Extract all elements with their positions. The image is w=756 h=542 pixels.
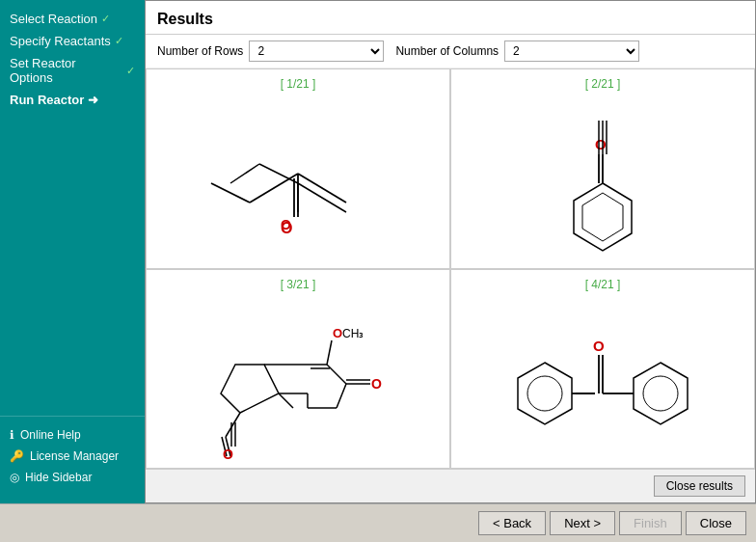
sidebar-item-label: Run Reactor (10, 93, 84, 107)
molecule-1: O (154, 96, 442, 260)
key-icon: 🔑 (10, 449, 24, 463)
app-container: Select Reaction ✓ Specify Reactants ✓ Se… (0, 0, 756, 542)
cell-1-label: [ 1/21 ] (281, 77, 316, 91)
sidebar-item-select-reaction[interactable]: Select Reaction ✓ (0, 8, 145, 30)
cell-4-label: [ 4/21 ] (585, 278, 621, 291)
results-footer: Close results (146, 469, 755, 502)
set-reactor-check: ✓ (126, 65, 135, 77)
svg-marker-47 (634, 363, 688, 424)
svg-text:O: O (333, 326, 342, 340)
online-help-item[interactable]: ℹ Online Help (0, 424, 145, 446)
svg-line-30 (327, 340, 332, 365)
rows-select[interactable]: 2 1 3 4 (249, 41, 384, 62)
results-grid: [ 1/21 ] (146, 68, 755, 469)
results-title: Results (146, 1, 755, 35)
svg-line-5 (211, 183, 250, 203)
cols-select[interactable]: 2 1 3 4 (504, 41, 639, 62)
svg-text:O: O (223, 447, 233, 462)
rows-label: Number of Rows (157, 44, 243, 58)
cols-label: Number of Columns (395, 44, 499, 58)
cell-3-label: [ 3/21 ] (281, 278, 316, 291)
license-manager-item[interactable]: 🔑 License Manager (0, 446, 145, 467)
result-cell-1: [ 1/21 ] (146, 68, 450, 269)
sidebar: Select Reaction ✓ Specify Reactants ✓ Se… (0, 0, 145, 503)
sidebar-toggle-icon: ◎ (10, 471, 19, 484)
sidebar-item-label: Set Reactor Options (10, 56, 122, 85)
svg-text:CH₃: CH₃ (342, 327, 364, 340)
svg-point-41 (527, 376, 562, 411)
cols-control: Number of Columns 2 1 3 4 (395, 41, 639, 62)
main-area: Select Reaction ✓ Specify Reactants ✓ Se… (0, 0, 756, 503)
results-controls: Number of Rows 2 1 3 4 Number of Columns… (146, 35, 755, 68)
molecule-2: O (459, 96, 746, 270)
select-reaction-check: ✓ (101, 13, 110, 25)
svg-line-6 (298, 174, 346, 203)
svg-line-4 (250, 174, 298, 203)
sidebar-item-set-reactor-options[interactable]: Set Reactor Options ✓ (0, 52, 145, 89)
bottom-bar: < Back Next > Finish Close (0, 503, 756, 542)
svg-text:O: O (371, 376, 382, 392)
svg-text:O: O (595, 136, 607, 152)
svg-text:O: O (593, 338, 605, 354)
result-cell-4: [ 4/21 ] (450, 269, 755, 470)
molecule-4: O (459, 297, 746, 470)
rows-control: Number of Rows 2 1 3 4 (157, 41, 384, 62)
close-button[interactable]: Close (686, 511, 746, 535)
content-area: Results Number of Rows 2 1 3 4 Number of… (145, 0, 756, 503)
sidebar-item-run-reactor[interactable]: Run Reactor ➜ (0, 89, 145, 111)
help-icon: ℹ (10, 428, 14, 442)
svg-line-23 (337, 384, 346, 408)
license-manager-label: License Manager (30, 449, 119, 463)
svg-point-48 (643, 376, 678, 411)
close-results-button[interactable]: Close results (654, 475, 745, 497)
back-button[interactable]: < Back (478, 511, 546, 535)
hide-sidebar-label: Hide Sidebar (25, 471, 92, 484)
molecule-3: O O CH₃ (154, 297, 442, 470)
svg-line-39 (279, 393, 293, 408)
svg-line-22 (327, 365, 346, 384)
online-help-label: Online Help (20, 428, 81, 442)
result-cell-3: [ 3/21 ] (146, 269, 450, 470)
sidebar-item-label: Specify Reactants (10, 34, 111, 48)
svg-marker-18 (221, 365, 279, 413)
result-cell-2: [ 2/21 ] (450, 68, 755, 269)
next-button[interactable]: Next > (550, 511, 615, 535)
sidebar-spacer (0, 111, 145, 416)
cell-2-label: [ 2/21 ] (585, 77, 621, 91)
sidebar-item-specify-reactants[interactable]: Specify Reactants ✓ (0, 30, 145, 52)
results-grid-container[interactable]: [ 1/21 ] (146, 68, 755, 469)
svg-text:O: O (281, 220, 292, 236)
svg-marker-40 (518, 363, 572, 424)
sidebar-bottom: ℹ Online Help 🔑 License Manager ◎ Hide S… (0, 416, 145, 496)
specify-reactants-check: ✓ (115, 35, 123, 47)
sidebar-item-label: Select Reaction (10, 12, 97, 26)
run-reactor-arrow: ➜ (88, 93, 98, 107)
hide-sidebar-item[interactable]: ◎ Hide Sidebar (0, 467, 145, 488)
svg-marker-11 (582, 193, 623, 241)
svg-line-33 (226, 413, 240, 437)
finish-button[interactable]: Finish (619, 511, 682, 535)
